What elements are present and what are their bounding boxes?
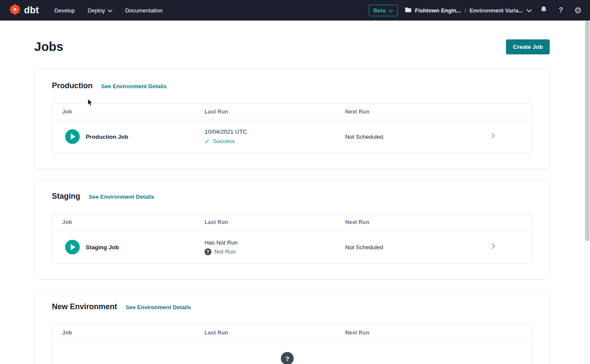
page-header: Jobs Create Job xyxy=(34,39,550,54)
topbar: dbt Develop Deploy Documentation Beta Fi… xyxy=(0,0,590,21)
play-icon xyxy=(71,134,75,140)
breadcrumb-current: Environment Varia... xyxy=(470,7,523,14)
row-chevron-cell xyxy=(455,132,532,141)
last-run-date: 10/04/2021 UTC xyxy=(205,128,335,135)
column-header-next-run: Next Run xyxy=(335,330,455,336)
nav-item-documentation[interactable]: Documentation xyxy=(125,7,163,14)
next-run-cell: Not Scheduled xyxy=(335,244,455,251)
last-run-date: Has Not Run xyxy=(205,239,335,246)
empty-jobs-body: ? xyxy=(52,341,532,364)
project-breadcrumb[interactable]: Fishtown Engin... / Environment Varia... xyxy=(405,7,532,14)
last-run-status: ? Not Run xyxy=(205,248,335,255)
job-row-staging-job[interactable]: Staging Job Has Not Run ? Not Run Not Sc… xyxy=(52,231,532,263)
chevron-down-icon xyxy=(108,7,112,14)
next-run-cell: Not Scheduled xyxy=(335,134,455,140)
bell-icon xyxy=(540,6,548,15)
main-content: Jobs Create Job Production See Environme… xyxy=(0,39,584,364)
check-icon: ✓ xyxy=(205,137,210,145)
nav-deploy-label: Deploy xyxy=(88,7,105,14)
environment-card-new-environment: New Environment See Environment Details … xyxy=(34,290,550,364)
environment-card-header: Production See Environment Details xyxy=(52,81,532,90)
gear-icon: ⚙ xyxy=(574,6,582,15)
job-table: Job Last Run Next Run ? xyxy=(52,324,532,364)
nav-item-develop[interactable]: Develop xyxy=(54,7,75,14)
question-circle-icon: ? xyxy=(205,248,211,255)
run-job-button[interactable] xyxy=(65,240,80,254)
dbt-logo-text: dbt xyxy=(24,5,39,16)
page-title: Jobs xyxy=(34,40,63,54)
notifications-button[interactable] xyxy=(539,5,549,15)
settings-button[interactable]: ⚙ xyxy=(573,5,583,15)
column-header-job: Job xyxy=(52,219,195,225)
row-chevron-cell xyxy=(455,242,532,252)
chevron-down-icon xyxy=(527,7,532,14)
help-icon: ? xyxy=(559,6,563,14)
environment-card-staging: Staging See Environment Details Job Last… xyxy=(34,179,550,280)
nav-documentation-label: Documentation xyxy=(125,7,163,14)
beta-selector[interactable]: Beta xyxy=(369,5,398,16)
job-name: Production Job xyxy=(86,134,128,140)
job-cell: Staging Job xyxy=(52,240,195,254)
see-environment-details-link[interactable]: See Environment Details xyxy=(89,194,154,200)
job-row-production-job[interactable]: Production Job 10/04/2021 UTC ✓ Success … xyxy=(52,120,532,153)
job-cell: Production Job xyxy=(52,129,195,144)
environment-card-header: New Environment See Environment Details xyxy=(52,302,532,311)
job-table: Job Last Run Next Run Production Job 10/… xyxy=(52,103,532,153)
status-label: Success xyxy=(213,138,235,144)
column-header-last-run: Last Run xyxy=(195,330,335,336)
top-navigation: Develop Deploy Documentation xyxy=(54,7,176,14)
dbt-logo-icon xyxy=(9,3,21,18)
scrollbar-thumb[interactable] xyxy=(585,21,590,241)
environment-name: Staging xyxy=(52,192,80,201)
topbar-right: Beta Fishtown Engin... / Environment Var… xyxy=(369,5,583,16)
last-run-status: ✓ Success xyxy=(205,137,335,145)
job-table-header: Job Last Run Next Run xyxy=(52,104,532,120)
breadcrumb-separator: / xyxy=(464,7,466,14)
see-environment-details-link[interactable]: See Environment Details xyxy=(101,83,166,90)
dbt-logo[interactable]: dbt xyxy=(9,3,39,18)
environment-card-header: Staging See Environment Details xyxy=(52,192,532,201)
breadcrumb-account: Fishtown Engin... xyxy=(415,7,461,14)
see-environment-details-link[interactable]: See Environment Details xyxy=(126,304,191,310)
column-header-job: Job xyxy=(52,330,195,336)
beta-label: Beta xyxy=(373,7,385,14)
job-table-header: Job Last Run Next Run xyxy=(52,325,532,341)
create-job-button[interactable]: Create Job xyxy=(506,39,550,54)
nav-item-deploy[interactable]: Deploy xyxy=(88,7,112,14)
last-run-cell: 10/04/2021 UTC ✓ Success xyxy=(195,128,335,145)
question-circle-icon: ? xyxy=(281,352,294,364)
column-header-next-run: Next Run xyxy=(335,109,455,115)
vertical-scrollbar[interactable] xyxy=(584,21,590,364)
column-header-job: Job xyxy=(52,109,195,115)
folder-icon xyxy=(405,7,412,14)
help-button[interactable]: ? xyxy=(556,5,566,15)
status-label: Not Run xyxy=(214,248,236,255)
chevron-down-icon xyxy=(388,7,393,14)
last-run-cell: Has Not Run ? Not Run xyxy=(195,239,335,255)
column-header-last-run: Last Run xyxy=(195,109,335,115)
nav-develop-label: Develop xyxy=(54,7,75,14)
environment-name: Production xyxy=(52,81,93,90)
column-header-last-run: Last Run xyxy=(195,219,335,225)
job-table-header: Job Last Run Next Run xyxy=(52,214,532,231)
play-icon xyxy=(71,244,75,250)
environment-card-production: Production See Environment Details Job L… xyxy=(34,69,550,169)
chevron-right-icon xyxy=(489,132,497,141)
environment-name: New Environment xyxy=(52,302,117,311)
job-table: Job Last Run Next Run Staging Job Has No… xyxy=(52,214,532,264)
job-name: Staging Job xyxy=(86,244,119,251)
chevron-right-icon xyxy=(489,242,497,252)
run-job-button[interactable] xyxy=(65,129,80,144)
column-header-next-run: Next Run xyxy=(335,219,455,225)
